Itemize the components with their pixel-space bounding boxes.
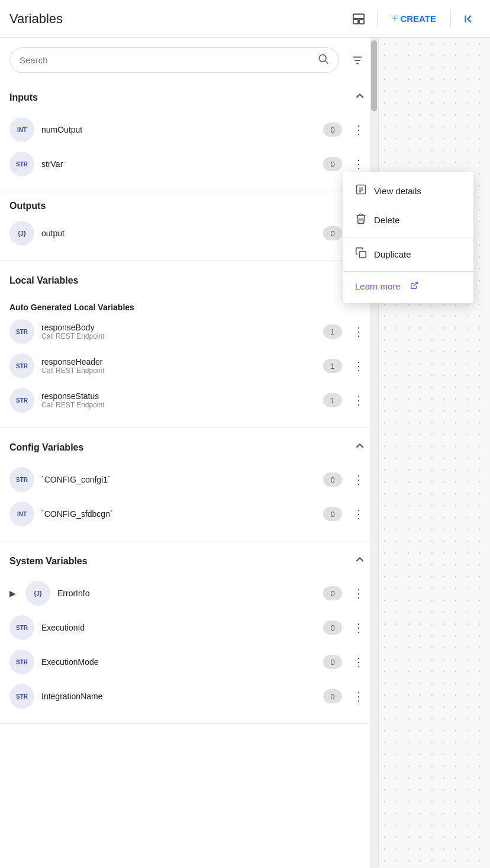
chevron-up-icon: [353, 553, 366, 566]
list-item: STR responseStatus Call REST Endpoint 1 …: [9, 383, 369, 417]
more-menu-btn[interactable]: ⋮: [349, 618, 369, 637]
var-count: 1: [323, 324, 342, 339]
var-count: 0: [323, 655, 342, 669]
layout-icon-btn[interactable]: [347, 8, 370, 30]
var-count: 0: [323, 157, 342, 171]
type-badge-int: INT: [9, 117, 34, 142]
list-item: INT numOutput 0 ⋮: [9, 112, 369, 147]
duplicate-label: Duplicate: [374, 249, 411, 259]
var-info: `CONFIG_sfdbcgn`: [41, 509, 316, 519]
type-badge-str: STR: [9, 615, 34, 640]
type-badge-str: STR: [9, 388, 34, 413]
menu-item-view-details[interactable]: View details: [343, 176, 473, 205]
svg-rect-0: [353, 14, 364, 18]
menu-item-delete[interactable]: Delete: [343, 205, 473, 234]
search-input[interactable]: [20, 55, 317, 65]
var-count: 0: [323, 472, 342, 487]
external-link-icon: [410, 281, 418, 291]
var-count: 0: [323, 621, 342, 635]
list-item: STR responseBody Call REST Endpoint 1 ⋮: [9, 314, 369, 349]
svg-rect-13: [360, 252, 366, 258]
var-name: output: [41, 229, 316, 238]
var-sub: Call REST Endpoint: [41, 401, 316, 409]
list-item: STR strVar 0 ⋮: [9, 147, 369, 181]
expand-arrow-icon[interactable]: ▶: [9, 589, 16, 598]
var-name: responseHeader: [41, 357, 316, 367]
var-name: strVar: [41, 159, 316, 169]
outputs-section: Outputs {J} output 0 ⋮: [0, 191, 378, 261]
var-name: IntegrationName: [41, 692, 316, 701]
more-menu-btn[interactable]: ⋮: [349, 584, 369, 603]
more-menu-btn[interactable]: ⋮: [349, 356, 369, 375]
var-info: `CONFIG_confgi1`: [41, 475, 316, 484]
var-info: ExecutionMode: [41, 657, 316, 667]
var-name: responseStatus: [41, 391, 316, 401]
inputs-collapse-btn[interactable]: [351, 87, 369, 108]
more-menu-btn[interactable]: ⋮: [349, 120, 369, 139]
header-divider2: [450, 9, 451, 28]
var-info: numOutput: [41, 125, 316, 134]
config-collapse-btn[interactable]: [351, 437, 369, 458]
system-collapse-btn[interactable]: [351, 551, 369, 571]
var-name: ExecutionMode: [41, 657, 316, 667]
collapse-panel-btn[interactable]: [458, 8, 481, 30]
delete-icon: [355, 213, 367, 227]
more-menu-btn[interactable]: ⋮: [349, 391, 369, 410]
config-header: Config Variables: [9, 427, 369, 462]
config-title: Config Variables: [9, 442, 83, 453]
right-dotted-area: [379, 38, 490, 868]
layout-icon: [352, 12, 365, 25]
filter-icon: [351, 54, 364, 67]
header-actions: + CREATE: [347, 8, 481, 30]
var-count: 1: [323, 393, 342, 407]
type-badge-str: STR: [9, 152, 34, 176]
filter-button[interactable]: [346, 49, 369, 72]
type-badge-int: INT: [9, 501, 34, 526]
scrollbar[interactable]: [370, 38, 378, 868]
var-count: 0: [323, 586, 342, 600]
type-badge-str: STR: [9, 319, 34, 344]
more-menu-btn[interactable]: ⋮: [349, 652, 369, 671]
system-header: System Variables: [9, 541, 369, 576]
more-menu-btn[interactable]: ⋮: [349, 155, 369, 173]
svg-rect-2: [359, 19, 364, 23]
menu-item-learn-more[interactable]: Learn more: [343, 274, 473, 298]
type-badge-str: STR: [9, 650, 34, 674]
scrollbar-thumb[interactable]: [371, 40, 377, 111]
main-panel: Inputs INT numOutput 0 ⋮ STR strVar 0 ⋮: [0, 38, 379, 867]
list-item: STR ExecutionMode 0 ⋮: [9, 645, 369, 679]
var-count: 0: [323, 226, 342, 240]
outputs-title: Outputs: [9, 201, 46, 211]
list-item: INT `CONFIG_sfdbcgn` 0 ⋮: [9, 497, 369, 531]
type-badge-str: STR: [9, 684, 34, 709]
search-area: [0, 38, 378, 78]
var-info: strVar: [41, 159, 316, 169]
create-plus: +: [392, 12, 398, 25]
type-badge-json: {J}: [25, 581, 50, 606]
create-button[interactable]: + CREATE: [385, 8, 443, 30]
chevron-up-icon: [353, 439, 366, 452]
more-menu-btn[interactable]: ⋮: [349, 470, 369, 489]
list-item: STR ExecutionId 0 ⋮: [9, 610, 369, 645]
svg-line-14: [414, 282, 417, 286]
delete-label: Delete: [374, 215, 399, 225]
menu-item-duplicate[interactable]: Duplicate: [343, 240, 473, 269]
inputs-header: Inputs: [9, 78, 369, 112]
more-menu-btn[interactable]: ⋮: [349, 687, 369, 706]
type-badge-str: STR: [9, 467, 34, 492]
more-menu-btn[interactable]: ⋮: [349, 322, 369, 341]
system-title: System Variables: [9, 556, 88, 567]
var-name: `CONFIG_confgi1`: [41, 475, 316, 484]
var-info: ExecutionId: [41, 623, 316, 632]
list-item: STR IntegrationName 0 ⋮: [9, 679, 369, 713]
list-item: STR `CONFIG_confgi1` 0 ⋮: [9, 462, 369, 497]
list-item: ▶ {J} ErrorInfo 0 ⋮: [9, 576, 369, 610]
chevron-up-icon: [353, 89, 366, 102]
inputs-title: Inputs: [9, 92, 38, 103]
search-box: [9, 47, 339, 73]
type-badge-json: {J}: [9, 221, 34, 246]
context-menu: View details Delete Duplicate Learn more: [343, 172, 473, 303]
local-variables-section: Local Variables Auto Generated Local Var…: [0, 261, 378, 427]
more-menu-btn[interactable]: ⋮: [349, 504, 369, 523]
var-info: responseStatus Call REST Endpoint: [41, 391, 316, 409]
